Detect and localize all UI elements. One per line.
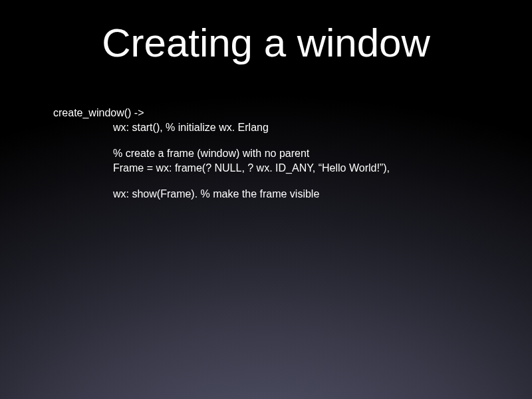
code-line-5: wx: show(Frame). % make the frame visibl…: [113, 187, 499, 201]
spacer: [53, 175, 499, 187]
slide: Creating a window create_window() -> wx:…: [0, 0, 532, 399]
code-line-4: Frame = wx: frame(? NULL, ? wx. ID_ANY, …: [113, 161, 499, 176]
slide-title: Creating a window: [33, 20, 499, 66]
code-line-3: % create a frame (window) with no parent: [113, 146, 499, 161]
code-line-1: create_window() ->: [53, 106, 499, 120]
spacer: [53, 134, 499, 146]
code-block: create_window() -> wx: start(), % initia…: [53, 106, 499, 201]
code-line-2: wx: start(), % initialize wx. Erlang: [113, 120, 499, 135]
